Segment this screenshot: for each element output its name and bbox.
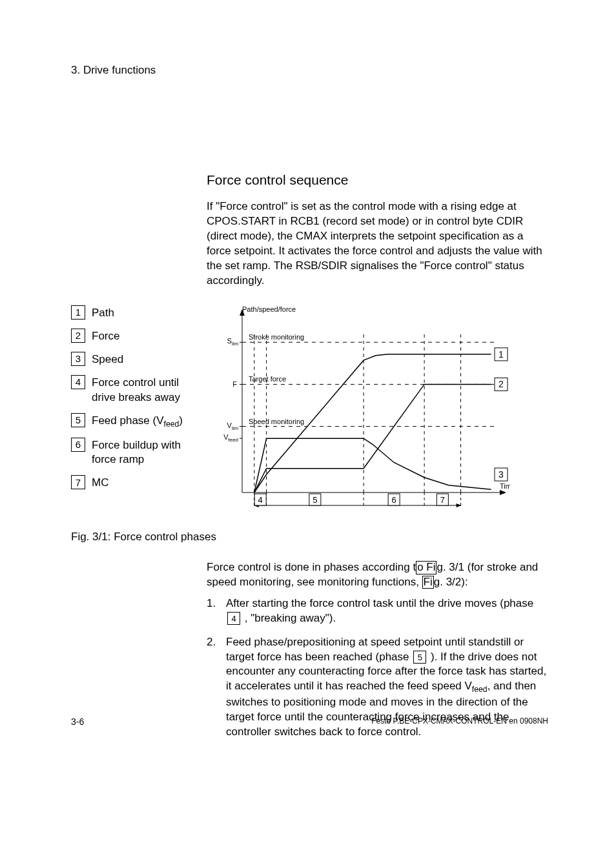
svg-text:5: 5	[313, 495, 317, 505]
phase-intro-paragraph: Force control is done in phases accordin…	[207, 560, 548, 590]
force-control-chart: Path/speed/forceTimeSlimFVlimVfeedStroke…	[207, 305, 548, 518]
page-footer: 3-6 Festo P.BE-CPX-CMAX-CONTROL-EN en 09…	[71, 716, 548, 728]
legend-number-box: 4	[71, 375, 85, 389]
legend-text: MC	[92, 475, 115, 491]
svg-text:Time: Time	[500, 482, 510, 490]
list-number: 1.	[207, 596, 220, 626]
list-text: After starting the force control task un…	[226, 596, 548, 626]
figure-legend: 1Path2Force3Speed4Force control until dr…	[71, 305, 207, 518]
legend-item: 5Feed phase (Vfeed)	[71, 413, 207, 430]
text: g. 3/2):	[434, 576, 468, 588]
svg-marker-4	[500, 490, 506, 495]
legend-text: Force control until drive breaks away	[92, 375, 207, 405]
svg-text:2: 2	[498, 379, 504, 389]
legend-number-box: 7	[71, 475, 85, 489]
text: Force control is done in phases accordin…	[207, 561, 416, 573]
chapter-heading: 3. Drive functions	[71, 63, 548, 78]
svg-text:Path/speed/force: Path/speed/force	[242, 305, 296, 313]
legend-item: 2Force	[71, 329, 207, 344]
legend-number-box: 1	[71, 305, 85, 320]
legend-item: 4Force control until drive breaks away	[71, 375, 207, 405]
legend-number-box: 6	[71, 438, 85, 452]
legend-number-box: 5	[71, 413, 85, 427]
legend-item: 1Path	[71, 305, 207, 321]
legend-number-box: 2	[71, 329, 85, 343]
phase-number-box: 5	[413, 651, 426, 664]
svg-text:7: 7	[440, 495, 445, 505]
svg-text:3: 3	[498, 469, 504, 480]
svg-text:4: 4	[258, 495, 263, 505]
legend-text: Path	[92, 305, 121, 321]
legend-number-box: 3	[71, 352, 85, 366]
footer-docid: Festo P.BE-CPX-CMAX-CONTROL-EN en 0908NH	[371, 716, 548, 728]
svg-text:6: 6	[392, 495, 396, 505]
section-heading: Force control sequence	[207, 171, 548, 189]
figure-reference-link[interactable]: o Fi	[416, 561, 436, 574]
legend-text: Feed phase (Vfeed)	[92, 413, 189, 430]
intro-paragraph: If "Force control" is set as the control…	[207, 199, 548, 289]
list-item: 1.After starting the force control task …	[207, 596, 548, 626]
svg-text:Speed monitoring: Speed monitoring	[249, 417, 304, 425]
figure-reference-link[interactable]: Fi	[422, 576, 434, 589]
legend-item: 3Speed	[71, 352, 207, 367]
svg-text:F: F	[232, 380, 237, 388]
legend-item: 7MC	[71, 475, 207, 491]
svg-text:1: 1	[498, 349, 504, 360]
legend-text: Force buildup with force ramp	[92, 438, 207, 468]
phase-number-box: 4	[227, 612, 240, 625]
figure-caption: Fig. 3/1: Force control phases	[71, 530, 548, 545]
legend-text: Force	[92, 329, 126, 344]
svg-text:Stroke monitoring: Stroke monitoring	[249, 333, 304, 341]
legend-text: Speed	[92, 352, 130, 367]
legend-item: 6Force buildup with force ramp	[71, 438, 207, 468]
page-number: 3-6	[71, 716, 84, 728]
